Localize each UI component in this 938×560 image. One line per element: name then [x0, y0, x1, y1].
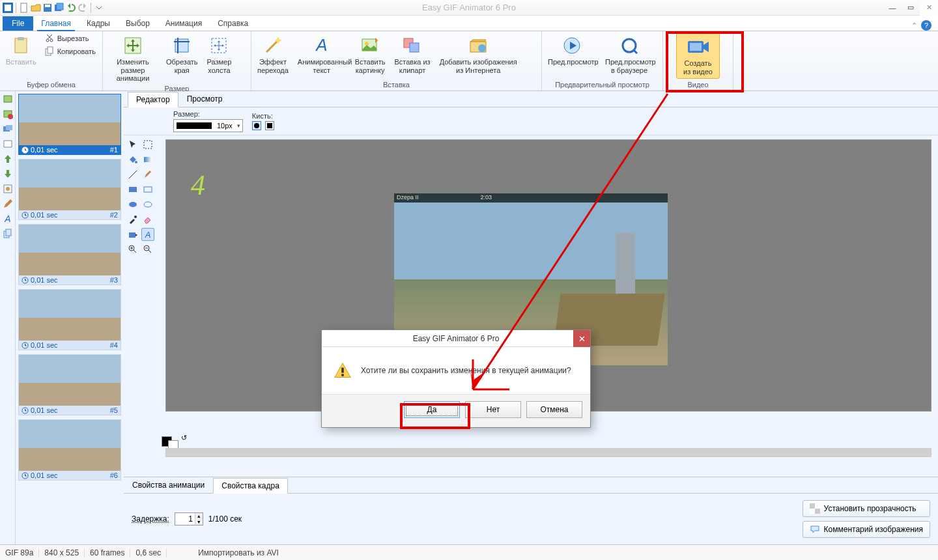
eraser-tool-icon[interactable] — [141, 213, 154, 226]
window-title: Easy GIF Animator 6 Pro — [422, 3, 516, 12]
transition-button[interactable]: Эффект перехода — [254, 33, 292, 76]
help-icon[interactable]: ? — [921, 20, 931, 31]
frame-item[interactable]: 0,01 sec#2 — [18, 159, 121, 220]
frame-remove-icon[interactable] — [3, 109, 13, 119]
tab-frame-props[interactable]: Свойства кадра — [213, 478, 288, 494]
insert-picture-button[interactable]: Вставить картинку — [352, 33, 389, 76]
frame-item[interactable]: 0,01 sec#1 — [18, 94, 121, 155]
brush-square-icon[interactable] — [265, 121, 274, 130]
image-comment-button[interactable]: Комментарий изображения — [803, 521, 930, 538]
color-swatches[interactable]: ↺ — [162, 436, 188, 447]
maximize-button[interactable]: ▭ — [902, 0, 920, 16]
eyedropper-tool-icon[interactable] — [126, 213, 139, 226]
open-icon[interactable] — [31, 3, 41, 13]
zoom-in-tool-icon[interactable] — [126, 243, 139, 256]
brush-round-icon[interactable] — [252, 121, 261, 130]
tab-selection[interactable]: Выбор — [118, 16, 158, 31]
insert-clipart-button[interactable]: Вставка из клипарт — [391, 33, 434, 76]
canvas-size-button[interactable]: Размер холста — [204, 33, 235, 76]
frame-copy-icon[interactable] — [3, 229, 13, 239]
status-frames: 60 frames — [85, 548, 130, 557]
frame-item[interactable]: 0,01 sec#4 — [18, 289, 121, 350]
copy-button[interactable]: Копировать — [42, 46, 98, 57]
window-controls: — ▭ ✕ — [883, 0, 938, 16]
text-tool-icon[interactable]: A — [141, 228, 154, 241]
gradient-tool-icon[interactable] — [141, 153, 154, 166]
frame-edit-icon[interactable] — [3, 199, 13, 209]
spin-down-icon[interactable]: ▼ — [195, 519, 203, 525]
tab-help[interactable]: Справка — [210, 16, 256, 31]
minimize-ribbon-icon[interactable]: ⌃ — [911, 21, 917, 30]
frame-item[interactable]: 0,01 sec#5 — [18, 354, 121, 415]
frame-item[interactable]: 0,01 sec#3 — [18, 224, 121, 285]
tab-animation[interactable]: Анимация — [158, 16, 210, 31]
frame-props-icon[interactable] — [3, 184, 13, 194]
marquee-tool-icon[interactable] — [141, 138, 154, 151]
save-icon[interactable] — [42, 3, 53, 13]
rect-tool-icon[interactable] — [126, 183, 139, 196]
paste-button[interactable]: Вставить — [3, 33, 40, 68]
group-clipboard-label: Буфер обмена — [3, 81, 100, 90]
saveall-icon[interactable] — [54, 3, 64, 13]
dialog-no-button[interactable]: Нет — [465, 401, 521, 418]
brush-tool-icon[interactable] — [141, 168, 154, 181]
brush-size-selector[interactable]: 10px▾ — [173, 119, 243, 132]
animated-text-button[interactable]: AАнимированный текст — [294, 33, 349, 76]
redo-icon[interactable] — [78, 3, 88, 13]
rect-outline-tool-icon[interactable] — [141, 183, 154, 196]
move-down-icon[interactable] — [3, 169, 13, 179]
horizontal-scrollbar[interactable] — [165, 448, 931, 457]
line-tool-icon[interactable] — [126, 168, 139, 181]
frame-blank-icon[interactable] — [3, 139, 13, 149]
pointer-tool-icon[interactable] — [126, 138, 139, 151]
undo-icon[interactable] — [66, 3, 76, 13]
status-bar: GIF 89a 840 x 525 60 frames 0,6 sec Импо… — [0, 544, 938, 560]
create-from-video-button[interactable]: Создать из видео — [676, 33, 720, 79]
dialog-yes-button[interactable]: Да — [404, 401, 460, 418]
file-tab[interactable]: File — [3, 16, 33, 31]
frame-item[interactable]: 0,01 sec#6 — [18, 419, 121, 481]
resize-animation-button[interactable]: Изменить размер анимации — [106, 33, 160, 85]
preview-button[interactable]: Пред.просмотр — [545, 33, 599, 68]
ellipse-tool-icon[interactable] — [126, 198, 139, 211]
tab-frames[interactable]: Кадры — [79, 16, 118, 31]
set-transparency-button[interactable]: Установить прозрачность — [803, 500, 930, 517]
insert-from-web-button[interactable]: Добавить изображения из Интернета — [436, 33, 520, 76]
group-video-label: Видео — [666, 81, 730, 90]
status-gif: GIF 89a — [0, 548, 39, 557]
tab-preview[interactable]: Просмотр — [178, 91, 231, 107]
dialog-close-button[interactable]: ✕ — [573, 330, 590, 347]
svg-rect-53 — [129, 232, 135, 238]
swap-colors-icon[interactable]: ↺ — [181, 434, 187, 444]
preview-browser-button[interactable]: Пред.просмотр в браузере — [602, 33, 657, 76]
close-button[interactable]: ✕ — [920, 0, 938, 16]
delay-input[interactable] — [175, 513, 195, 525]
move-up-icon[interactable] — [3, 154, 13, 164]
svg-point-46 — [135, 161, 137, 163]
minimize-button[interactable]: — — [883, 0, 902, 16]
tab-anim-props[interactable]: Свойства анимации — [124, 477, 213, 493]
qat-app-icon[interactable] — [3, 3, 13, 13]
dialog-cancel-button[interactable]: Отмена — [526, 401, 582, 418]
delay-spinner[interactable]: ▲▼ — [175, 512, 203, 525]
svg-point-35 — [6, 187, 10, 191]
qat-dropdown-icon[interactable] — [94, 3, 104, 13]
frame-duplicate-icon[interactable] — [3, 124, 13, 134]
move-tool-icon[interactable] — [126, 228, 139, 241]
tab-editor[interactable]: Редактор — [128, 92, 178, 107]
tab-home[interactable]: Главная — [33, 16, 79, 31]
crop-button[interactable]: Обрезать края — [163, 33, 201, 76]
svg-point-52 — [134, 216, 137, 218]
frame-thumbnail — [19, 160, 121, 210]
zoom-out-tool-icon[interactable] — [141, 243, 154, 256]
new-icon[interactable] — [19, 3, 29, 13]
fill-tool-icon[interactable] — [126, 153, 139, 166]
frame-add-icon[interactable] — [3, 94, 13, 104]
dialog-text: Хотите ли вы сохранить изменения в текущ… — [361, 366, 571, 375]
quick-access-toolbar — [0, 3, 107, 13]
spin-up-icon[interactable]: ▲ — [195, 513, 203, 519]
frame-text-icon[interactable]: A — [3, 214, 13, 224]
cut-button[interactable]: Вырезать — [42, 33, 98, 44]
svg-text:A: A — [315, 35, 327, 55]
ellipse-outline-tool-icon[interactable] — [141, 198, 154, 211]
